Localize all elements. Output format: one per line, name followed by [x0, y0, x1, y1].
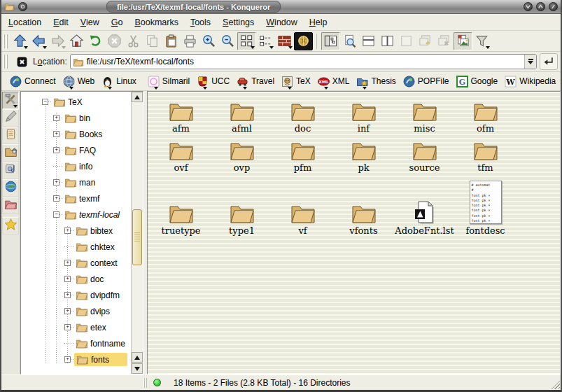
- menu-location[interactable]: Location: [8, 18, 41, 27]
- bookmarks-bricks-button[interactable]: [275, 32, 294, 50]
- statusbar-grip[interactable]: [143, 378, 148, 388]
- tree-row[interactable]: −texmf-local: [21, 206, 131, 223]
- tree-row[interactable]: +doc: [21, 271, 131, 287]
- tree-row[interactable]: +dvips: [21, 303, 131, 319]
- file-item-afm[interactable]: afm: [150, 96, 211, 135]
- scroll-up-button-2[interactable]: [132, 352, 143, 363]
- file-item-vfonts[interactable]: vfonts: [333, 174, 394, 237]
- scroll-up-button[interactable]: [132, 92, 143, 102]
- resize-grip[interactable]: [550, 379, 560, 389]
- print-button[interactable]: [181, 32, 199, 50]
- tree-scrollbar[interactable]: [131, 92, 143, 374]
- file-item-fontdesc[interactable]: # automat # font pk × font pk × font pk …: [455, 174, 516, 237]
- tree-expander-expand[interactable]: +: [53, 115, 59, 121]
- tree-expander-expand[interactable]: +: [64, 308, 71, 314]
- file-item-afml[interactable]: afml: [211, 96, 272, 135]
- tree-row[interactable]: +Books: [21, 126, 131, 142]
- show-navigation-panel-button[interactable]: [321, 32, 340, 50]
- tree-expander-expand[interactable]: +: [64, 292, 71, 298]
- menu-help[interactable]: Help: [309, 18, 328, 27]
- tree-row[interactable]: +etex: [21, 319, 131, 335]
- toolbar-grip[interactable]: [3, 55, 8, 69]
- copy-button[interactable]: [143, 32, 162, 50]
- tree-expander-expand[interactable]: +: [64, 324, 71, 330]
- bookmark-linux[interactable]: Linux: [99, 74, 139, 89]
- go-button[interactable]: [540, 53, 558, 70]
- sidebar-tab-bookmarks[interactable]: [2, 217, 19, 234]
- file-item-type1[interactable]: type1: [211, 174, 272, 237]
- menu-tools[interactable]: Tools: [190, 18, 211, 27]
- cut-button[interactable]: [124, 32, 143, 50]
- maximize-button[interactable]: [536, 2, 545, 11]
- sidebar-tab-bookmarks-pen[interactable]: [2, 109, 19, 127]
- location-input[interactable]: file:/usr/TeX/texmf-local/fonts: [70, 54, 537, 69]
- tree-expander-expand[interactable]: +: [53, 131, 59, 137]
- file-item-misc[interactable]: misc: [394, 96, 455, 135]
- new-tab-button[interactable]: [416, 32, 435, 50]
- menu-settings[interactable]: Settings: [223, 18, 254, 27]
- tree-row[interactable]: chktex: [21, 239, 131, 255]
- icon-view-button[interactable]: [237, 32, 256, 50]
- remove-active-view-button[interactable]: [397, 32, 416, 50]
- clear-location-button[interactable]: [13, 53, 30, 70]
- sidebar-tab-history[interactable]: [2, 127, 19, 144]
- paste-button[interactable]: [162, 32, 181, 50]
- menu-edit[interactable]: Edit: [53, 18, 69, 27]
- tree-row[interactable]: fontname: [21, 335, 131, 351]
- file-item-inf[interactable]: inf: [333, 96, 394, 135]
- forward-button[interactable]: [48, 32, 67, 50]
- bookmark-popfile[interactable]: POPFile: [400, 74, 452, 89]
- tree-row[interactable]: info: [21, 158, 131, 174]
- bookmark-xml[interactable]: XMLXML: [315, 74, 353, 89]
- filter-button[interactable]: [472, 32, 491, 50]
- bookmark-silmaril[interactable]: Silmaril: [145, 74, 192, 89]
- tree-row[interactable]: +dvipdfm: [21, 287, 131, 303]
- close-button[interactable]: [549, 2, 558, 11]
- sidebar-tab-root-folder[interactable]: [2, 197, 19, 214]
- bookmark-connect[interactable]: Connect: [7, 74, 59, 89]
- tree-row[interactable]: +man: [21, 174, 131, 190]
- bookmark-web[interactable]: Web: [60, 74, 97, 89]
- titlebar[interactable]: file:/usr/TeX/texmf-local/fonts - Konque…: [1, 0, 561, 14]
- tree-expander-expand[interactable]: +: [53, 147, 59, 153]
- zoom-out-button[interactable]: [218, 32, 237, 50]
- tree-row[interactable]: +FAQ: [21, 142, 131, 158]
- file-item-ovp[interactable]: ovp: [211, 135, 272, 174]
- tree-row[interactable]: +bibtex: [21, 223, 131, 239]
- sidebar-tab-network[interactable]: [2, 179, 19, 197]
- file-item-tfm[interactable]: tfm: [455, 135, 516, 174]
- zoom-in-button[interactable]: [199, 32, 218, 50]
- bookmark-wikipedia[interactable]: WWikipedia: [502, 74, 559, 89]
- tree-row[interactable]: +fonts: [21, 351, 131, 368]
- sidebar-tab-services[interactable]: [2, 162, 19, 179]
- shade-button[interactable]: [524, 2, 533, 11]
- bookmark-ucc[interactable]: UCC: [194, 74, 232, 89]
- file-item-ovf[interactable]: ovf: [150, 135, 211, 174]
- back-button[interactable]: [29, 32, 48, 50]
- file-item-pfm[interactable]: pfm: [272, 135, 333, 174]
- location-dropdown-button[interactable]: [524, 55, 536, 69]
- split-view-left-right-button[interactable]: [378, 32, 397, 50]
- tree-expander-expand[interactable]: +: [53, 195, 59, 202]
- tree-expander-expand[interactable]: +: [64, 276, 71, 282]
- sidebar-tab-configure-panel[interactable]: [2, 92, 19, 109]
- sticky-button[interactable]: [18, 2, 27, 11]
- tree-expander-collapse[interactable]: −: [53, 211, 59, 218]
- multicolumn-view-button[interactable]: [256, 32, 275, 50]
- bookmark-travel[interactable]: Travel: [234, 74, 277, 89]
- file-item-adobefnt-lst[interactable]: AdobeFnt.lst: [394, 174, 455, 237]
- stop-button[interactable]: [105, 32, 124, 50]
- tree-expander-expand[interactable]: +: [64, 356, 71, 363]
- tree-expander-expand[interactable]: +: [64, 260, 71, 266]
- menu-window[interactable]: Window: [266, 18, 297, 27]
- find-file-button[interactable]: [340, 32, 359, 50]
- file-item-pk[interactable]: pk: [333, 135, 394, 174]
- home-button[interactable]: [67, 32, 86, 50]
- tree-expander-expand[interactable]: +: [64, 227, 71, 234]
- tree-row[interactable]: +context: [21, 255, 131, 271]
- sidebar-tab-home-directory[interactable]: [2, 144, 19, 162]
- tree-expander-collapse[interactable]: −: [42, 99, 48, 105]
- gear-globe-button[interactable]: [294, 32, 313, 50]
- tree-expander-expand[interactable]: +: [53, 179, 59, 186]
- menu-go[interactable]: Go: [111, 18, 123, 27]
